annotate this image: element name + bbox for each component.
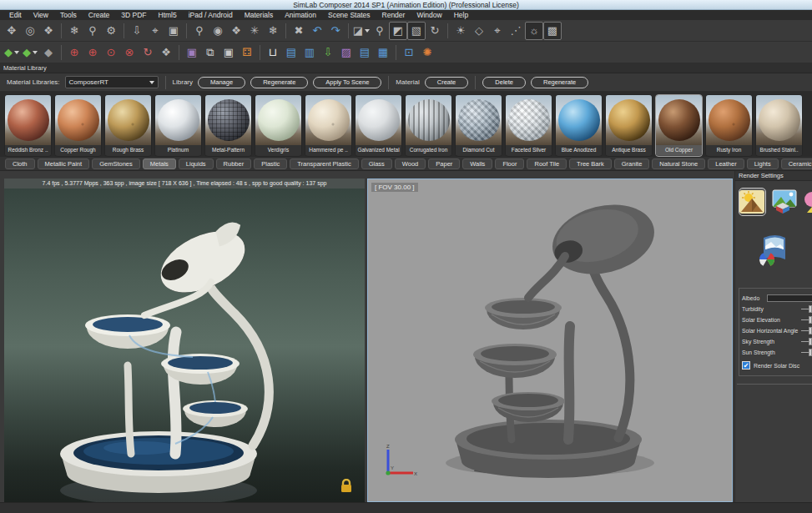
environment-library-icon[interactable] [757, 234, 790, 269]
delete-icon[interactable]: ✖ [290, 22, 308, 40]
solar-horizontal-angle-slider[interactable] [801, 327, 812, 334]
attach-icon[interactable]: ❖ [227, 22, 245, 40]
regenerate-library-button[interactable]: Regenerate [250, 77, 308, 88]
material-library-add-icon[interactable]: ▤ [282, 43, 300, 62]
material-platinum[interactable]: Platinum [154, 94, 202, 157]
light-rays-icon[interactable]: ⋰ [507, 22, 525, 40]
material-verdigris[interactable]: Verdigris [255, 94, 302, 157]
material-diamond-cut[interactable]: Diamond Cut [455, 94, 502, 157]
tab-glass[interactable]: Glass [361, 158, 392, 169]
menu-item-render[interactable]: Render [376, 10, 411, 20]
share-screen-icon[interactable]: ⊡ [400, 43, 418, 62]
dome-view-icon[interactable]: ◉ [209, 22, 227, 40]
library-select[interactable]: ComposerRT [65, 76, 159, 88]
area-light-icon[interactable]: ◇ [470, 22, 488, 40]
photo-frame-icon[interactable]: ▣ [219, 43, 238, 62]
effects-icon[interactable]: ✳ [245, 22, 264, 40]
menu-item-materials[interactable]: Materials [239, 10, 279, 20]
tab-natural-stone[interactable]: Natural Stone [652, 158, 705, 169]
opengl-viewport[interactable]: [ FOV 30.00 ] [367, 179, 733, 502]
tab-metals[interactable]: Metals [143, 158, 176, 169]
material-delete-icon[interactable]: ▤ [356, 43, 374, 62]
delete-material-button[interactable]: Delete [482, 77, 526, 88]
shading-mode-icon[interactable]: ◪ [352, 22, 371, 40]
tab-wood[interactable]: Wood [395, 158, 426, 169]
render-viewport[interactable]: 7.4 fps , 5.3777 Mpps , 363 spp , image … [4, 179, 365, 502]
zoom-extents-icon[interactable]: ↻ [426, 22, 444, 40]
menu-item-edit[interactable]: Edit [3, 10, 28, 20]
tab-gemstones[interactable]: GemStones [92, 158, 140, 169]
material-faceted-silver[interactable]: Faceted Silver [505, 94, 552, 157]
tab-rubber[interactable]: Rubber [216, 158, 252, 169]
tab-liquids[interactable]: Liquids [179, 158, 214, 169]
material-import-icon[interactable]: ⇩ [319, 43, 337, 62]
tab-walls[interactable]: Walls [462, 158, 492, 169]
rotate-tool-icon[interactable]: ❖ [39, 22, 58, 40]
material-antique-brass[interactable]: Antique Brass [605, 94, 653, 157]
target-move-icon[interactable]: ⊕ [65, 43, 83, 62]
tab-transparent-plastic[interactable]: Transparent Plastic [290, 158, 358, 169]
tab-cloth[interactable]: Cloth [5, 158, 35, 169]
target-rotate-icon[interactable]: ⊕ [83, 43, 102, 62]
find-object-icon[interactable]: ⚲ [190, 22, 209, 40]
material-copper-rough[interactable]: Copper Rough [54, 94, 102, 157]
scene-mode-icon[interactable]: ◆ [3, 43, 21, 62]
protect-icon[interactable]: ◆ [21, 43, 39, 62]
menu-item-3d-pdf[interactable]: 3D PDF [115, 10, 152, 20]
sun-sky-mode-button[interactable] [739, 188, 766, 216]
tab-metallic-paint[interactable]: Metallic Paint [38, 158, 90, 169]
sculpt-hand-icon[interactable]: ❖ [157, 43, 175, 62]
menu-item-window[interactable]: Window [411, 10, 447, 20]
sun-light-icon[interactable]: ☀ [451, 22, 470, 40]
menu-item-animation[interactable]: Animation [279, 10, 322, 20]
material-corrugated-iron[interactable]: Corrugated Iron [405, 94, 452, 157]
environment-image-mode-button[interactable] [771, 188, 799, 216]
tab-roof-tile[interactable]: Roof Tile [527, 158, 567, 169]
create-material-button[interactable]: Create [425, 77, 469, 88]
environment-map-icon[interactable]: ▩ [543, 22, 562, 40]
paint-bucket-icon[interactable]: ⊔ [264, 43, 282, 62]
tab-plastic[interactable]: Plastic [254, 158, 287, 169]
redo-icon[interactable]: ↷ [326, 22, 345, 40]
material-rusty-iron[interactable]: Rusty Iron [705, 94, 753, 157]
undo-icon[interactable]: ↶ [308, 22, 326, 40]
orbit-object-icon[interactable]: ↻ [139, 43, 157, 62]
joint-icon[interactable]: ⚙ [102, 22, 120, 40]
material-brushed-stainl[interactable]: Brushed Stainl.. [755, 94, 803, 157]
material-reddish-bronz[interactable]: Reddish Bronz .. [4, 94, 52, 157]
albedo-input[interactable] [767, 294, 812, 302]
material-list-icon[interactable]: ▦ [374, 43, 392, 62]
menu-item-scene-states[interactable]: Scene States [322, 10, 376, 20]
tab-granite[interactable]: Granite [614, 158, 650, 169]
zoom-window-icon[interactable]: ⚲ [371, 22, 389, 40]
freeze-icon[interactable]: ❄ [264, 22, 282, 40]
material-export-icon[interactable]: ▨ [337, 43, 356, 62]
select-object-icon[interactable]: ◩ [389, 22, 407, 40]
align-floor-icon[interactable]: ⇩ [128, 22, 146, 40]
sky-strength-slider[interactable] [801, 338, 812, 345]
snap-icon[interactable]: ❄ [65, 22, 83, 40]
regenerate-material-button[interactable]: Regenerate [531, 77, 588, 88]
menu-item-html5[interactable]: Html5 [153, 10, 183, 20]
orbit-tool-icon[interactable]: ◎ [21, 22, 39, 40]
photo-stack-icon[interactable]: ⧉ [201, 43, 219, 62]
tab-leather[interactable]: Leather [708, 158, 744, 169]
target-box-icon[interactable]: ⊗ [120, 43, 139, 62]
tab-tree-bark[interactable]: Tree Bark [569, 158, 612, 169]
solar-elevation-slider[interactable] [801, 316, 812, 324]
splat-icon[interactable]: ✺ [418, 43, 436, 62]
menu-item-tools[interactable]: Tools [54, 10, 83, 20]
turbidity-slider[interactable] [801, 305, 812, 313]
material-galvanized-metal[interactable]: Galvanized Metal [355, 94, 402, 157]
spot-light-icon[interactable]: ⌖ [488, 22, 507, 40]
material-library-image-icon[interactable]: ▥ [300, 43, 319, 62]
pan-tool-icon[interactable]: ✥ [3, 22, 21, 40]
sky-light-icon[interactable]: ☼ [525, 22, 543, 40]
select-rect-icon[interactable]: ▧ [407, 22, 426, 40]
material-metal-pattern[interactable]: Metal-Pattern [204, 94, 252, 157]
menu-item-ipad-android[interactable]: iPad / Android [183, 10, 239, 20]
tab-paper[interactable]: Paper [428, 158, 460, 169]
apply-to-scene-button[interactable]: Apply To Scene [313, 77, 381, 88]
texture-image-icon[interactable]: ▣ [183, 43, 201, 62]
tab-lights[interactable]: Lights [747, 158, 779, 169]
